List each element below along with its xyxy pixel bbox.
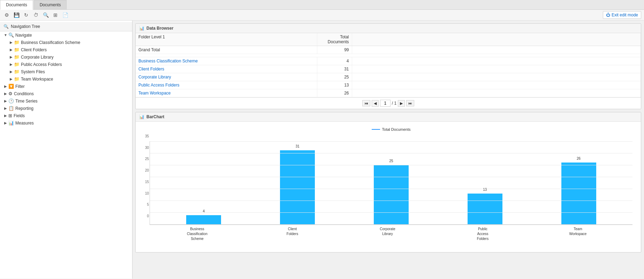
sidebar-title: Navigation Tree bbox=[11, 24, 40, 29]
cl-arrow: ▶ bbox=[8, 55, 14, 59]
prev-page-button[interactable]: ◀ bbox=[372, 100, 379, 107]
bar-bcs[interactable] bbox=[186, 215, 221, 225]
bar-cf[interactable] bbox=[280, 150, 315, 225]
sidebar-item-filter[interactable]: ▶ 🔽 Filter bbox=[0, 83, 132, 90]
pagination: ⏮ ◀ / 1 ▶ ⏭ bbox=[136, 97, 641, 109]
power-icon: ⏻ bbox=[606, 13, 610, 17]
refresh-icon[interactable]: ↻ bbox=[22, 11, 30, 19]
row-label-3: Public Access Folders bbox=[136, 81, 317, 89]
folder-icon-bcs: 📁 bbox=[14, 40, 20, 45]
sidebar-item-public-access[interactable]: ▶ 📁 Public Access Folders bbox=[0, 61, 132, 68]
row-label-2: Corporate Library bbox=[136, 73, 317, 81]
conditions-label: Conditions bbox=[14, 91, 34, 96]
filter-arrow: ▶ bbox=[3, 84, 8, 88]
search-icon[interactable]: 🔍 bbox=[42, 11, 50, 19]
row-label-4: Team Workspace bbox=[136, 89, 317, 97]
y-label-5: 5 bbox=[137, 203, 149, 206]
nav-tree-icon: 🔍 bbox=[3, 24, 9, 29]
row-link-1[interactable]: Client Folders bbox=[138, 67, 164, 71]
row-link-2[interactable]: Corporate Library bbox=[138, 75, 171, 80]
y-label-0: 0 bbox=[137, 214, 149, 218]
page-input[interactable] bbox=[380, 100, 391, 107]
clock-icon[interactable]: ⏱ bbox=[32, 11, 40, 19]
navigate-search-icon: 🔍 bbox=[8, 32, 14, 38]
x-label-bcs: BusinessClassificationScheme bbox=[187, 227, 207, 241]
folder-icon-cl: 📁 bbox=[14, 54, 20, 60]
row-label-0: Business Classification Scheme bbox=[136, 57, 317, 65]
sidebar: 🔍 Navigation Tree ▼ 🔍 Navigate ▶ 📁 Busin… bbox=[0, 21, 132, 279]
row-extra-1 bbox=[352, 65, 641, 73]
content-area: 📊 Data Browser Folder Level 1 Total Docu… bbox=[132, 21, 644, 279]
pa-arrow: ▶ bbox=[8, 62, 14, 66]
fields-icon: ⊞ bbox=[8, 113, 12, 118]
bar-value-cl: 25 bbox=[389, 159, 393, 163]
y-label-35: 35 bbox=[137, 134, 149, 138]
row-value-0: 4 bbox=[317, 57, 352, 65]
sf-label: System Files bbox=[21, 69, 45, 74]
sidebar-item-team-workspace[interactable]: ▶ 📁 Team Workspace bbox=[0, 75, 132, 83]
next-page-button[interactable]: ▶ bbox=[398, 100, 405, 107]
row-link-3[interactable]: Public Access Folders bbox=[138, 83, 179, 88]
data-browser-panel: 📊 Data Browser Folder Level 1 Total Docu… bbox=[135, 23, 641, 109]
row-link-0[interactable]: Business Classification Scheme bbox=[138, 59, 198, 63]
y-label-25: 25 bbox=[137, 157, 149, 161]
fields-arrow: ▶ bbox=[3, 114, 8, 118]
tab-documents-2[interactable]: Documents bbox=[34, 0, 67, 9]
bar-tw[interactable] bbox=[561, 163, 596, 225]
exit-edit-button[interactable]: ⏻ Exit edit mode bbox=[603, 11, 641, 19]
data-browser-header: 📊 Data Browser bbox=[136, 24, 641, 33]
page-separator: / 1 bbox=[392, 101, 396, 106]
grid-icon[interactable]: ⊞ bbox=[52, 11, 59, 19]
row-extra-4 bbox=[352, 89, 641, 97]
first-page-button[interactable]: ⏮ bbox=[362, 100, 370, 106]
row-value-1: 31 bbox=[317, 65, 352, 73]
measures-label: Measures bbox=[15, 121, 34, 126]
row-link-4[interactable]: Team Workspace bbox=[138, 91, 171, 96]
sidebar-item-fields[interactable]: ▶ ⊞ Fields bbox=[0, 112, 132, 119]
toolbar: ⚙ 💾 ↻ ⏱ 🔍 ⊞ 📄 ⏻ Exit edit mode bbox=[0, 10, 644, 21]
tab-documents-1[interactable]: Documents bbox=[0, 0, 33, 10]
grand-total-label: Grand Total bbox=[136, 46, 317, 54]
save-icon[interactable]: 💾 bbox=[13, 11, 20, 19]
data-browser-icon: 📊 bbox=[139, 26, 144, 31]
bar-value-pa: 13 bbox=[483, 188, 487, 191]
sidebar-item-corporate-library[interactable]: ▶ 📁 Corporate Library bbox=[0, 53, 132, 61]
main-layout: 🔍 Navigation Tree ▼ 🔍 Navigate ▶ 📁 Busin… bbox=[0, 21, 644, 279]
x-label-tw: TeamWorkspace bbox=[569, 227, 587, 236]
measures-icon: 📊 bbox=[8, 120, 14, 126]
col-header-folder: Folder Level 1 bbox=[136, 33, 317, 46]
sidebar-item-time-series[interactable]: ▶ 🕐 Time Series bbox=[0, 97, 132, 105]
navigate-arrow: ▼ bbox=[3, 33, 8, 37]
folder-icon-cf: 📁 bbox=[14, 47, 20, 52]
row-label-1: Client Folders bbox=[136, 65, 317, 73]
ts-label: Time Series bbox=[15, 99, 38, 104]
sidebar-item-client-folders[interactable]: ▶ 📁 Client Folders bbox=[0, 46, 132, 53]
ts-arrow: ▶ bbox=[3, 99, 8, 103]
bar-value-cf: 31 bbox=[296, 144, 300, 148]
tw-arrow: ▶ bbox=[8, 77, 14, 81]
bar-group-pa: 13 bbox=[457, 188, 513, 225]
sidebar-item-bcs[interactable]: ▶ 📁 Business Classification Scheme bbox=[0, 39, 132, 46]
row-value-3: 13 bbox=[317, 81, 352, 89]
chart-header: 📊 BarChart bbox=[136, 112, 641, 122]
bar-cl[interactable] bbox=[374, 165, 409, 225]
gear-icon[interactable]: ⚙ bbox=[3, 11, 10, 19]
bar-pa[interactable] bbox=[468, 194, 502, 225]
x-label-cf: ClientFolders bbox=[287, 227, 298, 236]
y-label-10: 10 bbox=[137, 191, 149, 195]
legend-label: Total Documents bbox=[382, 127, 411, 131]
sidebar-item-navigate[interactable]: ▼ 🔍 Navigate bbox=[0, 31, 132, 39]
sidebar-item-conditions[interactable]: ▶ ⚙ Conditions bbox=[0, 90, 132, 97]
document-icon[interactable]: 📄 bbox=[61, 11, 69, 19]
reporting-arrow: ▶ bbox=[3, 106, 8, 110]
row-value-2: 25 bbox=[317, 73, 352, 81]
bar-chart-icon: 📊 bbox=[139, 114, 144, 119]
y-label-20: 20 bbox=[137, 168, 149, 172]
last-page-button[interactable]: ⏭ bbox=[406, 100, 414, 106]
bcs-arrow: ▶ bbox=[8, 40, 14, 44]
sidebar-item-measures[interactable]: ▶ 📊 Measures bbox=[0, 119, 132, 127]
sidebar-item-reporting[interactable]: ▶ 📋 Reporting bbox=[0, 105, 132, 112]
row-extra-2 bbox=[352, 73, 641, 81]
sidebar-item-system-files[interactable]: ▶ 📁 System Files bbox=[0, 68, 132, 75]
chart-legend: Total Documents bbox=[150, 127, 632, 131]
